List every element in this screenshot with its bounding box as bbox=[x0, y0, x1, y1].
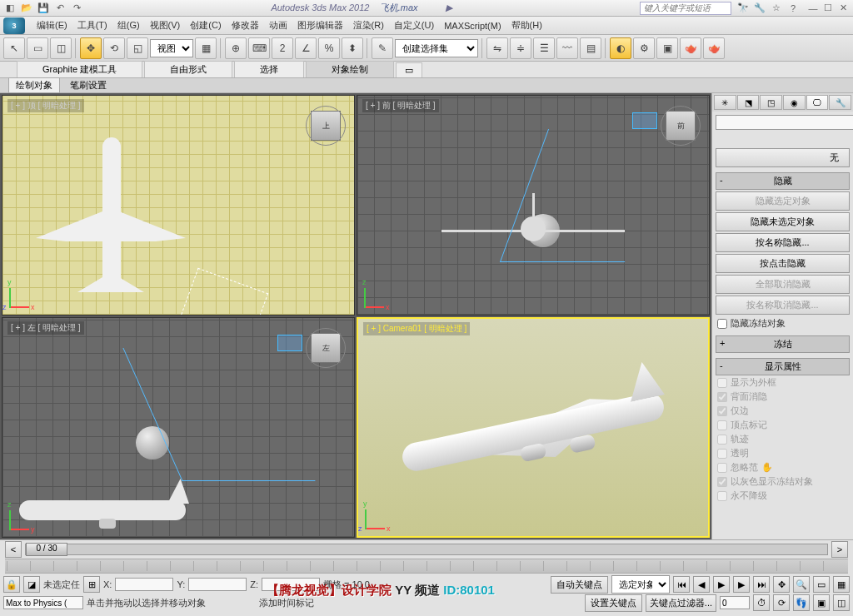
play-icon[interactable]: ▶ bbox=[713, 576, 730, 593]
viewcube[interactable]: 上 bbox=[306, 106, 346, 146]
key-icon[interactable]: 🔧 bbox=[753, 2, 766, 15]
tab-graphite[interactable]: Graphite 建模工具 bbox=[17, 61, 142, 77]
tab-motion-icon[interactable]: ◉ bbox=[783, 95, 806, 110]
unhide-all-button[interactable]: 全部取消隐藏 bbox=[716, 275, 850, 294]
tab-modify-icon[interactable]: ⬔ bbox=[737, 95, 760, 110]
nav-zoomall-icon[interactable]: ▦ bbox=[833, 576, 850, 593]
disp-neverdegrade-checkbox[interactable]: 永不降级 bbox=[716, 489, 850, 503]
select-link-icon[interactable]: ↖ bbox=[3, 37, 25, 59]
align-icon[interactable]: ≑ bbox=[510, 37, 531, 59]
time-slider[interactable]: < 0 / 30 > bbox=[0, 540, 853, 559]
unhide-by-name-button[interactable]: 按名称取消隐藏... bbox=[716, 296, 850, 315]
menu-animation[interactable]: 动画 bbox=[264, 17, 292, 33]
viewport-label[interactable]: [ + ] 顶 [ 明暗处理 ] bbox=[7, 99, 84, 112]
timeline-next-icon[interactable]: > bbox=[831, 541, 848, 558]
disp-trajectory-checkbox[interactable]: 轨迹 bbox=[716, 432, 850, 446]
viewport-camera[interactable]: [ + ] Camera01 [ 明暗处理 ] xyz bbox=[357, 317, 710, 538]
rollout-hide[interactable]: -隐藏 bbox=[716, 172, 850, 190]
window-crossing-icon[interactable]: ◫ bbox=[50, 37, 72, 59]
viewport-top[interactable]: [ + ] 顶 [ 明暗处理 ] 上 xyz bbox=[2, 95, 355, 315]
object-name-field[interactable] bbox=[716, 115, 853, 130]
disp-grayfrozen-checkbox[interactable]: 以灰色显示冻结对象 bbox=[716, 474, 850, 489]
tab-selection[interactable]: 选择 bbox=[234, 61, 304, 77]
open-icon[interactable]: 📂 bbox=[20, 2, 33, 15]
layers-icon[interactable]: ☰ bbox=[533, 37, 555, 59]
autokey-button[interactable]: 自动关键点 bbox=[551, 576, 608, 594]
menu-group[interactable]: 组(G) bbox=[112, 17, 145, 33]
angle-snap-icon[interactable]: ∠ bbox=[295, 37, 317, 59]
menu-views[interactable]: 视图(V) bbox=[145, 17, 186, 33]
viewport-left[interactable]: [ + ] 左 [ 明暗处理 ] 左 yz bbox=[2, 317, 355, 538]
setkey-button[interactable]: 设置关键点 bbox=[585, 594, 642, 612]
current-frame-input[interactable] bbox=[720, 596, 750, 609]
menu-edit[interactable]: 编辑(E) bbox=[32, 17, 72, 33]
nav-maximize-icon[interactable]: ▣ bbox=[813, 594, 830, 611]
menu-help[interactable]: 帮助(H) bbox=[506, 17, 547, 33]
render-setup-icon[interactable]: ⚙ bbox=[633, 37, 655, 59]
keyboard-shortcut-icon[interactable]: ⌨ bbox=[248, 37, 270, 59]
tab-utilities-icon[interactable]: 🔧 bbox=[829, 95, 851, 110]
menu-create[interactable]: 创建(C) bbox=[185, 17, 226, 33]
disp-vertexticks-checkbox[interactable]: 顶点标记 bbox=[716, 418, 850, 432]
timeline-prev-icon[interactable]: < bbox=[5, 541, 22, 558]
hide-selected-button[interactable]: 隐藏选定对象 bbox=[716, 191, 850, 211]
select-scale-icon[interactable]: ◱ bbox=[127, 37, 148, 59]
disp-seethrough-checkbox[interactable]: 透明 bbox=[716, 446, 850, 460]
hide-unselected-button[interactable]: 隐藏未选定对象 bbox=[716, 212, 850, 231]
viewport-label[interactable]: [ + ] 前 [ 明暗处理 ] bbox=[362, 99, 439, 112]
tab-display-icon[interactable]: 🖵 bbox=[806, 95, 829, 110]
rollout-freeze[interactable]: +冻结 bbox=[716, 335, 850, 353]
script-listener-input[interactable] bbox=[3, 596, 83, 609]
lock-selection-icon[interactable]: 🔒 bbox=[3, 576, 20, 593]
nav-orbit-icon[interactable]: ⟳ bbox=[773, 594, 790, 611]
select-rotate-icon[interactable]: ⟲ bbox=[103, 37, 125, 59]
disp-wireframe-checkbox[interactable]: 显示为外框 bbox=[716, 375, 850, 390]
tab-freeform[interactable]: 自由形式 bbox=[144, 61, 232, 77]
panel-brush-settings[interactable]: 笔刷设置 bbox=[63, 78, 113, 92]
nav-fov-icon[interactable]: ▭ bbox=[813, 576, 830, 593]
render-production-icon[interactable]: 🫖 bbox=[680, 37, 701, 59]
ribbon-collapse-button[interactable]: ▭ bbox=[396, 62, 422, 77]
time-slider-thumb[interactable]: 0 / 30 bbox=[26, 543, 67, 556]
nav-pan-icon[interactable]: ✥ bbox=[773, 576, 790, 593]
goto-end-icon[interactable]: ⏭ bbox=[753, 576, 770, 593]
tab-create-icon[interactable]: ✳ bbox=[714, 95, 736, 110]
menu-customize[interactable]: 自定义(U) bbox=[389, 17, 439, 33]
viewport-label[interactable]: [ + ] 左 [ 明暗处理 ] bbox=[7, 321, 84, 335]
undo-icon[interactable]: ↶ bbox=[53, 2, 67, 15]
redo-icon[interactable]: ↷ bbox=[70, 2, 83, 15]
named-selection-dropdown[interactable]: 创建选择集 bbox=[395, 39, 478, 57]
curve-editor-icon[interactable]: 〰 bbox=[556, 37, 578, 59]
hide-frozen-checkbox[interactable]: 隐藏冻结对象 bbox=[716, 316, 850, 330]
y-coord-input[interactable] bbox=[188, 578, 247, 591]
minimize-icon[interactable]: — bbox=[806, 2, 820, 15]
menu-maxscript[interactable]: MAXScript(M) bbox=[439, 19, 506, 32]
abs-rel-icon[interactable]: ⊞ bbox=[83, 576, 100, 593]
select-move-icon[interactable]: ✥ bbox=[80, 37, 102, 59]
rollout-display-props[interactable]: -显示属性 bbox=[716, 358, 850, 375]
use-center-icon[interactable]: ▦ bbox=[195, 37, 217, 59]
prev-frame-icon[interactable]: ◀ bbox=[693, 576, 710, 593]
percent-snap-icon[interactable]: % bbox=[318, 37, 340, 59]
viewcube[interactable]: 左 bbox=[306, 328, 346, 368]
select-manipulate-icon[interactable]: ⊕ bbox=[225, 37, 247, 59]
schematic-view-icon[interactable]: ▤ bbox=[580, 37, 601, 59]
disp-edgesonly-checkbox[interactable]: 仅边 bbox=[716, 404, 850, 418]
goto-start-icon[interactable]: ⏮ bbox=[673, 576, 690, 593]
viewcube[interactable]: 前 bbox=[661, 106, 701, 146]
maximize-icon[interactable]: ☐ bbox=[821, 2, 835, 15]
material-editor-icon[interactable]: ◐ bbox=[610, 37, 631, 59]
refcoord-dropdown[interactable]: 视图 bbox=[150, 39, 193, 57]
named-selection-edit-icon[interactable]: ✎ bbox=[372, 37, 393, 59]
tab-hierarchy-icon[interactable]: ◳ bbox=[760, 95, 782, 110]
menu-tools[interactable]: 工具(T) bbox=[72, 17, 112, 33]
time-slider-track[interactable]: 0 / 30 bbox=[25, 544, 828, 555]
new-icon[interactable]: ◧ bbox=[3, 2, 17, 15]
keymode-dropdown[interactable]: 选定对象 bbox=[611, 575, 670, 594]
save-icon[interactable]: 💾 bbox=[37, 2, 50, 15]
disp-ignoreext-checkbox[interactable]: 忽略范 ✋ bbox=[716, 460, 850, 474]
menu-rendering[interactable]: 渲染(R) bbox=[348, 17, 389, 33]
hide-by-hit-button[interactable]: 按点击隐藏 bbox=[716, 254, 850, 273]
help-icon[interactable]: ? bbox=[786, 2, 800, 15]
hide-by-name-button[interactable]: 按名称隐藏... bbox=[716, 233, 850, 252]
